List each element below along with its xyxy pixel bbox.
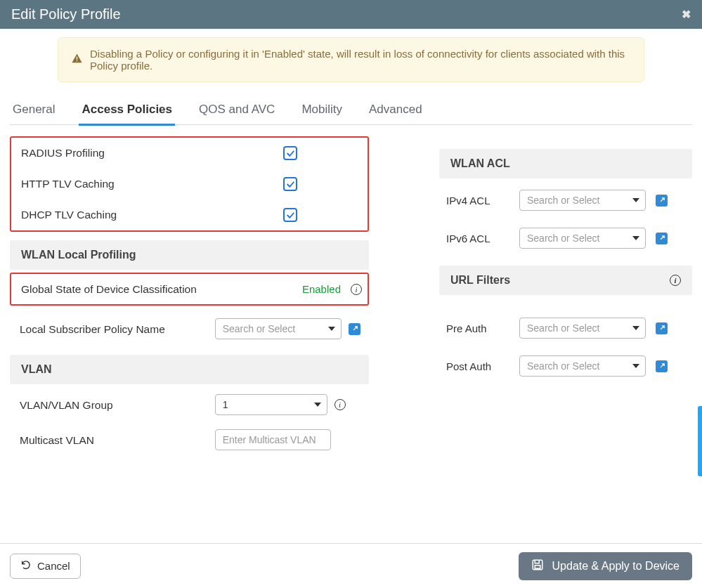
tab-advanced[interactable]: Advanced bbox=[366, 103, 425, 125]
tab-access-policies[interactable]: Access Policies bbox=[79, 103, 175, 125]
window-title: Edit Policy Profile bbox=[11, 6, 121, 22]
subscriber-policy-input[interactable] bbox=[216, 319, 341, 339]
profiling-highlight-box: RADIUS Profiling HTTP TLV Caching bbox=[10, 136, 369, 232]
dhcp-tlv-caching-label: DHCP TLV Caching bbox=[21, 208, 206, 221]
tab-qos-and-avc[interactable]: QOS and AVC bbox=[196, 103, 278, 125]
http-tlv-caching-label: HTTP TLV Caching bbox=[21, 177, 206, 190]
svg-rect-3 bbox=[535, 565, 540, 568]
vlan-group-input[interactable] bbox=[216, 395, 327, 414]
wlan-local-profiling-header: WLAN Local Profiling bbox=[10, 240, 369, 270]
device-classification-highlight-box: Global State of Device Classification En… bbox=[10, 273, 369, 306]
url-filters-header-text: URL Filters bbox=[450, 274, 510, 287]
title-bar: Edit Policy Profile ✖ bbox=[0, 0, 702, 29]
vlan-header: VLAN bbox=[10, 355, 369, 384]
close-icon[interactable]: ✖ bbox=[682, 8, 691, 21]
radius-profiling-label: RADIUS Profiling bbox=[21, 146, 206, 159]
device-classification-state: Enabled bbox=[302, 283, 341, 295]
external-link-icon[interactable] bbox=[349, 323, 360, 335]
multicast-vlan-label: Multicast VLAN bbox=[20, 433, 207, 447]
ipv6-acl-label: IPv6 ACL bbox=[446, 233, 509, 244]
device-classification-label: Global State of Device Classification bbox=[21, 282, 223, 296]
subscriber-policy-select[interactable] bbox=[215, 318, 342, 339]
ipv4-acl-input[interactable] bbox=[520, 190, 645, 210]
vlan-group-select[interactable] bbox=[215, 394, 327, 415]
info-icon[interactable]: i bbox=[670, 275, 681, 286]
multicast-vlan-input[interactable] bbox=[215, 429, 331, 450]
info-icon[interactable]: i bbox=[334, 399, 346, 410]
radius-profiling-checkbox[interactable] bbox=[283, 146, 297, 160]
cancel-button[interactable]: Cancel bbox=[10, 554, 81, 579]
vlan-group-label: VLAN/VLAN Group bbox=[20, 398, 207, 412]
warning-banner: Disabling a Policy or configuring it in … bbox=[58, 37, 644, 82]
warning-icon bbox=[71, 53, 83, 67]
subscriber-policy-label: Local Subscriber Policy Name bbox=[20, 322, 207, 336]
scroll-indicator[interactable] bbox=[698, 406, 702, 476]
http-tlv-caching-checkbox[interactable] bbox=[283, 177, 297, 191]
save-icon bbox=[531, 558, 544, 574]
ipv4-acl-label: IPv4 ACL bbox=[446, 195, 509, 207]
svg-rect-0 bbox=[77, 57, 77, 60]
undo-icon bbox=[20, 559, 32, 573]
update-apply-button[interactable]: Update & Apply to Device bbox=[519, 552, 692, 580]
update-apply-button-label: Update & Apply to Device bbox=[552, 560, 680, 573]
ipv6-acl-input[interactable] bbox=[520, 228, 645, 248]
tab-mobility[interactable]: Mobility bbox=[299, 103, 345, 125]
post-auth-input[interactable] bbox=[520, 356, 645, 376]
external-link-icon[interactable] bbox=[656, 360, 668, 372]
tab-general[interactable]: General bbox=[10, 103, 58, 125]
ipv4-acl-select[interactable] bbox=[519, 190, 646, 211]
tabs: General Access Policies QOS and AVC Mobi… bbox=[10, 102, 692, 125]
post-auth-label: Post Auth bbox=[446, 360, 509, 372]
pre-auth-select[interactable] bbox=[519, 318, 646, 339]
info-icon[interactable]: i bbox=[351, 284, 362, 295]
url-filters-header: URL Filters i bbox=[439, 266, 692, 295]
external-link-icon[interactable] bbox=[656, 322, 668, 334]
dhcp-tlv-caching-checkbox[interactable] bbox=[283, 208, 297, 222]
cancel-button-label: Cancel bbox=[37, 560, 70, 572]
pre-auth-input[interactable] bbox=[520, 318, 645, 338]
ipv6-acl-select[interactable] bbox=[519, 228, 646, 249]
post-auth-select[interactable] bbox=[519, 355, 646, 377]
svg-rect-1 bbox=[77, 60, 77, 61]
external-link-icon[interactable] bbox=[656, 233, 668, 244]
warning-text: Disabling a Policy or configuring it in … bbox=[90, 48, 631, 72]
wlan-acl-header: WLAN ACL bbox=[439, 149, 692, 178]
pre-auth-label: Pre Auth bbox=[446, 322, 509, 334]
external-link-icon[interactable] bbox=[656, 195, 668, 207]
